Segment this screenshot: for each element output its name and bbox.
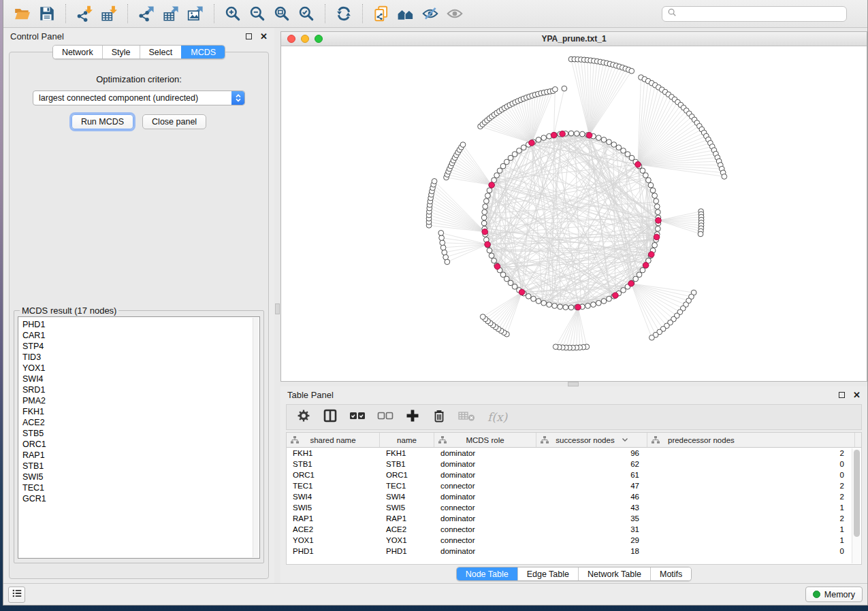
dominator-node[interactable] [635, 161, 641, 167]
tab-network[interactable]: Network [53, 46, 102, 59]
tab-motifs[interactable]: Motifs [650, 567, 691, 580]
mcds-result-item[interactable]: TEC1 [22, 482, 259, 493]
table-row[interactable]: RAP1RAP1dominator352 [287, 513, 861, 524]
mcds-result-item[interactable]: SWI4 [22, 374, 259, 384]
tab-network-table[interactable]: Network Table [578, 567, 650, 580]
table-cell[interactable]: connector [434, 482, 536, 490]
dominator-node[interactable] [529, 140, 535, 146]
zoom-selected-button[interactable] [294, 3, 319, 24]
close-panel-icon[interactable]: ✕ [260, 33, 268, 39]
table-cell[interactable]: ORC1 [380, 471, 434, 479]
table-row[interactable]: SWI4SWI4dominator462 [287, 491, 861, 502]
table-cell[interactable]: 18 [536, 547, 647, 555]
mcds-result-item[interactable]: ORC1 [22, 439, 259, 450]
table-cell[interactable]: 0 [647, 547, 855, 555]
table-cell[interactable]: 46 [536, 493, 647, 501]
tab-style[interactable]: Style [102, 46, 140, 59]
table-cell[interactable]: 0 [647, 471, 855, 479]
run-mcds-button[interactable]: Run MCDS [71, 114, 133, 129]
task-history-button[interactable] [8, 587, 25, 603]
dominator-node[interactable] [654, 234, 660, 240]
table-cell[interactable]: YOX1 [287, 536, 380, 544]
table-cell[interactable]: STB1 [380, 460, 434, 468]
mcds-result-item[interactable]: PHD1 [22, 319, 259, 330]
table-cell[interactable]: connector [434, 503, 536, 512]
table-row[interactable]: ACE2ACE2connector311 [287, 524, 861, 535]
dominator-node[interactable] [482, 229, 488, 235]
table-cell[interactable]: 0 [647, 460, 855, 468]
table-row[interactable]: TEC1TEC1connector472 [287, 480, 861, 491]
select-all-button[interactable] [349, 410, 366, 424]
dominator-node[interactable] [628, 280, 634, 286]
tab-mcds[interactable]: MCDS [181, 46, 225, 59]
export-image-button[interactable] [183, 3, 208, 24]
search-field[interactable] [662, 6, 847, 22]
mcds-result-item[interactable]: FKH1 [22, 406, 259, 417]
table-cell[interactable]: 2 [647, 449, 855, 457]
table-row[interactable]: YOX1YOX1connector291 [287, 535, 861, 546]
tab-select[interactable]: Select [140, 46, 182, 59]
hide-selected-button[interactable] [418, 3, 443, 24]
list-scrollbar[interactable] [253, 318, 259, 557]
mcds-result-item[interactable]: STB1 [22, 461, 259, 472]
table-options-button[interactable] [296, 408, 311, 426]
table-cell[interactable]: ACE2 [287, 525, 380, 533]
save-session-button[interactable] [35, 3, 59, 24]
table-cell[interactable]: dominator [434, 471, 536, 479]
table-cell[interactable]: PHD1 [380, 547, 434, 555]
column-header-MCDS-role[interactable]: MCDS role [434, 433, 536, 447]
mcds-result-list[interactable]: PHD1CAR1STP4TID3YOX1SWI4SRD1PMA2FKH1ACE2… [18, 316, 260, 559]
dominator-node[interactable] [485, 242, 491, 248]
export-table-button[interactable] [159, 3, 183, 24]
table-row[interactable]: STB1STB1dominator620 [287, 459, 861, 469]
unselect-all-button[interactable] [377, 410, 393, 424]
table-row[interactable]: SWI5SWI5connector431 [287, 502, 861, 513]
table-cell[interactable]: dominator [434, 493, 536, 501]
zoom-in-button[interactable] [221, 3, 245, 24]
table-cell[interactable]: ORC1 [287, 471, 380, 479]
table-cell[interactable]: 29 [536, 536, 647, 544]
dominator-node[interactable] [494, 263, 500, 269]
show-all-button[interactable] [443, 3, 467, 24]
mcds-result-item[interactable]: SRD1 [22, 384, 259, 395]
table-cell[interactable]: 2 [647, 514, 855, 523]
dominator-node[interactable] [648, 252, 654, 258]
column-header-successor-nodes[interactable]: successor nodes [536, 433, 647, 447]
dominator-node[interactable] [551, 132, 557, 138]
table-row[interactable]: ORC1ORC1dominator610 [287, 469, 861, 480]
network-graph[interactable] [281, 46, 867, 381]
table-cell[interactable]: 2 [647, 482, 855, 490]
table-cell[interactable]: 35 [536, 514, 647, 523]
table-cell[interactable]: SWI5 [287, 503, 380, 512]
table-cell[interactable]: YOX1 [380, 536, 434, 544]
table-cell[interactable]: 1 [647, 525, 855, 533]
export-network-button[interactable] [134, 3, 159, 24]
table-cell[interactable]: TEC1 [287, 482, 380, 490]
open-session-button[interactable] [10, 3, 35, 24]
search-input[interactable] [680, 9, 841, 18]
criterion-dropdown[interactable]: largest connected component (undirected) [33, 90, 245, 105]
mcds-result-item[interactable]: CAR1 [22, 330, 259, 341]
table-cell[interactable]: dominator [434, 547, 536, 555]
copy-network-button[interactable] [369, 3, 393, 24]
scrollbar-thumb[interactable] [854, 450, 860, 537]
table-cell[interactable]: SWI4 [287, 493, 380, 501]
delete-column-button[interactable] [432, 408, 447, 426]
first-neighbors-button[interactable] [393, 3, 418, 24]
table-cell[interactable]: ACE2 [380, 525, 434, 533]
close-panel-button[interactable]: Close panel [142, 114, 206, 129]
table-cell[interactable]: dominator [434, 449, 536, 457]
import-network-button[interactable] [72, 3, 97, 24]
dominator-node[interactable] [643, 263, 649, 269]
mcds-result-item[interactable]: TID3 [22, 352, 259, 363]
table-row[interactable]: FKH1FKH1dominator962 [287, 448, 861, 459]
zoom-out-button[interactable] [245, 3, 270, 24]
import-table-button[interactable] [97, 3, 121, 24]
vertical-splitter[interactable] [274, 28, 280, 583]
table-cell[interactable]: 43 [536, 503, 647, 512]
table-cell[interactable]: 1 [647, 503, 855, 512]
dominator-node[interactable] [613, 293, 619, 299]
network-canvas[interactable] [281, 46, 867, 381]
mcds-result-item[interactable]: STP4 [22, 341, 259, 352]
dominator-node[interactable] [586, 133, 592, 139]
